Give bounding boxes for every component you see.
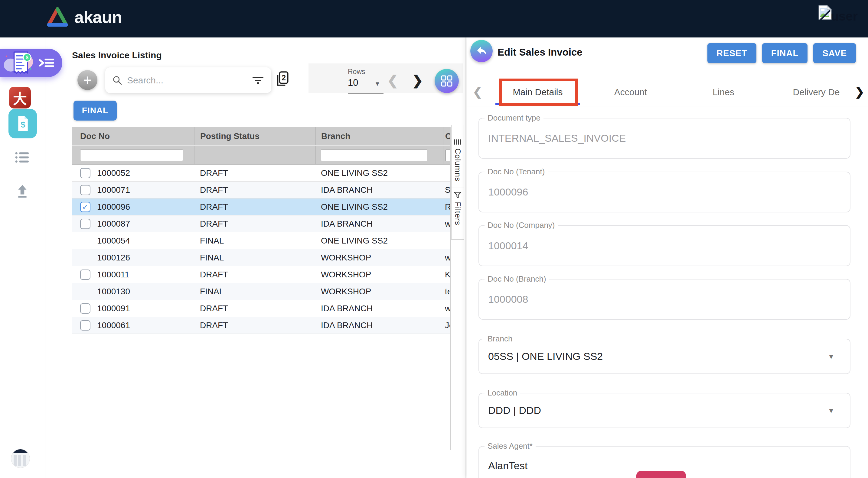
edit-sales-invoice-panel: Edit Sales Invoice RESET FINAL SAVE ❮ Ma… xyxy=(467,37,868,478)
cell-branch: WORKSHOP xyxy=(321,266,371,283)
filter-funnel-icon xyxy=(454,192,462,199)
sidebar-item-upload[interactable] xyxy=(16,184,29,198)
filter-input-customer[interactable] xyxy=(445,149,451,161)
columns-side-tab[interactable]: Columns xyxy=(451,135,464,188)
broken-image-icon xyxy=(817,4,833,21)
cell-posting-status: DRAFT xyxy=(200,317,228,334)
table-row[interactable]: ✓ 1000126 FINAL WORKSHOP wa xyxy=(72,249,450,266)
final-button[interactable]: FINAL xyxy=(762,43,807,63)
table-side-rail: Columns Filters xyxy=(451,125,464,240)
back-arrow-icon xyxy=(475,45,488,58)
reset-button[interactable]: RESET xyxy=(707,43,756,63)
sales-invoice-listing-panel: Sales Invoice Listing + 2 Rows 10 ▼ ❮ ❯ xyxy=(46,37,465,478)
next-page-button[interactable]: ❯ xyxy=(412,72,423,88)
sidebar-item-sales-invoice-active[interactable]: $ xyxy=(0,49,62,77)
tab-lines[interactable]: Lines xyxy=(681,79,766,105)
table-row[interactable]: ✓ 1000071 DRAFT IDA BRANCH Si xyxy=(72,181,450,199)
thumbnail-header-strip xyxy=(11,449,30,453)
cell-posting-status: DRAFT xyxy=(200,266,228,283)
field-doc-no-branch: Doc No (Branch) 1000008 xyxy=(478,279,850,320)
column-header-posting-status[interactable]: Posting Status xyxy=(194,127,315,145)
brand-name: akaun xyxy=(74,7,122,27)
cell-branch: WORKSHOP xyxy=(321,249,371,266)
rail-spacer xyxy=(451,125,464,135)
field-branch-select[interactable]: Branch 05SS | ONE LIVING SS2 ▼ xyxy=(478,339,850,374)
table-row[interactable]: ✓ 1000061 DRAFT IDA BRANCH Jo xyxy=(72,317,450,334)
column-header-doc-no[interactable]: Doc No xyxy=(72,127,194,145)
row-checkbox[interactable]: ✓ xyxy=(80,185,90,195)
filter-input-doc-no[interactable] xyxy=(80,149,183,161)
rows-select-caret-icon[interactable]: ▼ xyxy=(374,80,380,87)
table-header-row: Doc No Posting Status Branch Cu xyxy=(72,127,450,145)
floating-action-button[interactable] xyxy=(636,471,686,478)
table-row[interactable]: ✓ 1000096 DRAFT ONE LIVING SS2 Re xyxy=(72,199,450,215)
filter-input-branch[interactable] xyxy=(321,149,427,161)
table-row[interactable]: ✓ 1000091 DRAFT IDA BRANCH wa xyxy=(72,300,450,317)
prev-page-button[interactable]: ❮ xyxy=(387,72,398,88)
tab-delivery-details[interactable]: Delivery De xyxy=(774,79,859,105)
cell-customer: Re xyxy=(445,199,451,215)
column-header-branch[interactable]: Branch xyxy=(315,127,443,145)
back-button[interactable] xyxy=(470,40,493,62)
cell-customer: Si xyxy=(445,181,451,198)
search-box[interactable] xyxy=(105,67,271,93)
tab-main-details[interactable]: Main Details xyxy=(495,79,580,105)
tabs-scroll-right-icon[interactable]: ❯ xyxy=(853,85,864,99)
grid-icon xyxy=(441,75,453,87)
cell-branch: IDA BRANCH xyxy=(321,300,373,317)
table-row[interactable]: ✓ 1000052 DRAFT ONE LIVING SS2 xyxy=(72,165,450,181)
filters-tab-label: Filters xyxy=(453,202,462,226)
save-button[interactable]: SAVE xyxy=(813,43,856,63)
cell-branch: IDA BRANCH xyxy=(321,317,373,334)
table-row[interactable]: ✓ 1000130 FINAL WORKSHOP te xyxy=(72,283,450,300)
tabs-scroll-left-icon[interactable]: ❮ xyxy=(473,85,483,99)
row-checkbox[interactable]: ✓ xyxy=(80,168,90,178)
editor-tabs: Main Details Account Lines Delivery De xyxy=(495,79,859,105)
add-button[interactable]: + xyxy=(78,70,97,90)
tab-account[interactable]: Account xyxy=(588,79,673,105)
field-location-select[interactable]: Location DDD | DDD ▼ xyxy=(478,393,850,428)
cell-doc-no: 1000054 xyxy=(97,232,130,249)
search-input[interactable] xyxy=(127,75,252,86)
row-checkbox[interactable]: ✓ xyxy=(80,320,90,331)
upload-icon xyxy=(16,184,29,198)
final-bulk-button[interactable]: FINAL xyxy=(73,101,117,121)
duplicate-pages-icon[interactable]: 2 xyxy=(275,71,289,88)
dropdown-caret-icon: ▼ xyxy=(828,406,841,415)
sidebar-item-invoice-app[interactable]: $ xyxy=(8,109,37,138)
user-avatar-alt-text: user xyxy=(831,9,858,24)
row-checkbox[interactable]: ✓ xyxy=(80,219,90,229)
invoice-receipt-illustration-icon: $ xyxy=(2,50,34,76)
cell-posting-status: FINAL xyxy=(200,283,224,300)
filter-lines-icon[interactable] xyxy=(252,76,264,84)
column-header-customer[interactable]: Cu xyxy=(443,127,450,145)
row-checkbox[interactable]: ✓ xyxy=(80,202,90,212)
column-separator xyxy=(315,146,316,164)
document-dollar-icon: $ xyxy=(16,115,30,132)
bulleted-list-icon xyxy=(15,152,30,163)
cell-customer: wa xyxy=(445,300,451,317)
sidebar-item-red-app[interactable]: 大 xyxy=(9,87,31,108)
page-title: Sales Invoice Listing xyxy=(72,50,162,61)
table-row[interactable]: ✓ 1000054 FINAL ONE LIVING SS2 xyxy=(72,232,450,249)
app-preview-thumbnail[interactable] xyxy=(11,449,30,468)
brand-logo[interactable]: akaun xyxy=(45,6,122,28)
app-sidebar: $ 大 $ xyxy=(0,37,45,478)
row-checkbox[interactable]: ✓ xyxy=(80,270,90,280)
rows-per-page-select[interactable]: 10 xyxy=(348,77,358,88)
sidebar-item-list[interactable] xyxy=(15,152,30,163)
row-checkbox[interactable]: ✓ xyxy=(80,303,90,314)
column-separator xyxy=(443,146,443,164)
filters-side-tab[interactable]: Filters xyxy=(451,187,464,240)
table-row[interactable]: ✓ 1000011 DRAFT WORKSHOP Ka xyxy=(72,266,450,283)
cell-doc-no: 1000087 xyxy=(97,215,130,232)
svg-text:2: 2 xyxy=(282,73,286,82)
cell-doc-no: 1000091 xyxy=(97,300,130,317)
grid-view-button[interactable] xyxy=(435,69,459,93)
user-avatar[interactable]: user xyxy=(817,4,858,21)
table-row[interactable]: ✓ 1000087 DRAFT IDA BRANCH wa xyxy=(72,215,450,232)
cell-posting-status: FINAL xyxy=(200,232,224,249)
collapse-menu-icon xyxy=(39,57,55,69)
rows-select-underline xyxy=(348,93,383,94)
cell-customer: Ka xyxy=(445,266,451,283)
